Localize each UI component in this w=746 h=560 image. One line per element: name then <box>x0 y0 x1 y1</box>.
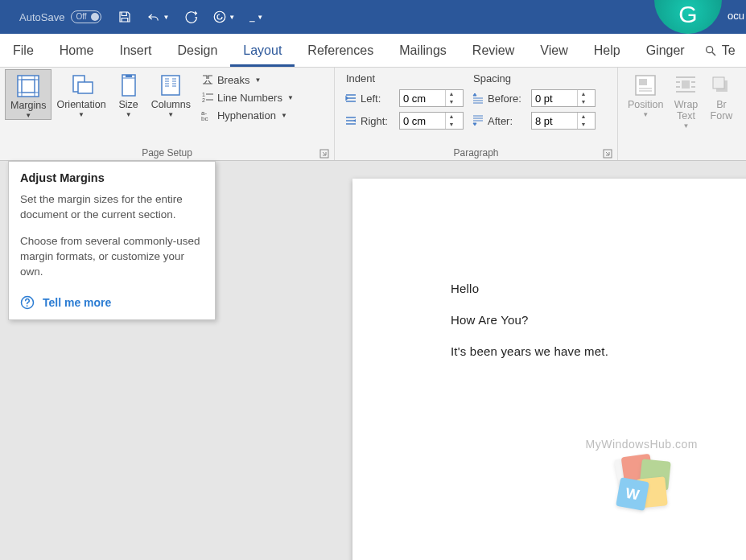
chevron-down-icon: ▼ <box>287 94 294 101</box>
chevron-down-icon: ▼ <box>254 76 261 84</box>
dialog-launcher-page-setup[interactable] <box>319 149 329 159</box>
wrap-text-button: Wrap Text ▼ <box>668 69 703 130</box>
tab-home[interactable]: Home <box>47 34 107 67</box>
save-icon <box>117 10 132 24</box>
spacing-after-input[interactable] <box>532 114 577 128</box>
tab-layout[interactable]: Layout <box>230 34 295 67</box>
svg-line-2 <box>712 52 715 56</box>
spin-up[interactable]: ▲ <box>578 90 589 98</box>
margins-button[interactable]: Margins ▼ <box>5 69 52 120</box>
tab-ginger[interactable]: Ginger <box>633 34 698 67</box>
doc-line[interactable]: It's been years we have met. <box>451 344 746 358</box>
customize-icon: ⎯ <box>249 12 255 22</box>
spacing-before-spinbox[interactable]: ▲▼ <box>531 89 596 107</box>
indent-right-label: Right: <box>361 115 396 127</box>
size-label: Size <box>118 100 138 111</box>
tab-references[interactable]: References <box>295 34 386 67</box>
search-icon <box>704 44 717 57</box>
indent-left-input[interactable] <box>400 92 445 105</box>
svg-text:1: 1 <box>202 92 205 97</box>
doc-line[interactable]: How Are You? <box>451 313 746 327</box>
grammarly-small-icon <box>212 10 227 24</box>
tab-file[interactable]: File <box>0 34 47 67</box>
customize-qat-button[interactable]: ⎯ ▼ <box>249 12 263 22</box>
chevron-down-icon: ▼ <box>163 14 169 21</box>
svg-point-1 <box>706 46 712 52</box>
orientation-label: Orientation <box>56 100 105 111</box>
group-arrange: Position ▼ Wrap Text ▼ Br Forw <box>618 68 746 160</box>
columns-icon <box>158 72 183 98</box>
chevron-down-icon: ▼ <box>229 14 235 21</box>
size-icon <box>116 72 142 98</box>
grammarly-badge[interactable]: G <box>654 0 722 34</box>
autosave-state: Off <box>76 12 86 21</box>
svg-rect-42 <box>713 77 724 89</box>
autosave-toggle[interactable]: AutoSave Off <box>19 10 101 23</box>
group-paragraph: Indent Left: ▲▼ Right: ▲▼ <box>335 68 618 160</box>
tab-help[interactable]: Help <box>581 34 633 67</box>
ribbon: Margins ▼ Orientation ▼ Size ▼ <box>0 68 746 161</box>
line-numbers-label: Line Numbers <box>217 92 282 104</box>
spacing-before-input[interactable] <box>532 92 577 105</box>
indent-right-input[interactable] <box>400 114 445 128</box>
spin-down[interactable]: ▼ <box>578 98 589 106</box>
size-button[interactable]: Size ▼ <box>111 69 146 118</box>
tab-design[interactable]: Design <box>164 34 230 67</box>
orientation-button[interactable]: Orientation ▼ <box>52 69 110 118</box>
tell-me-search[interactable]: Te <box>704 43 736 58</box>
undo-icon <box>146 10 161 24</box>
margins-label: Margins <box>10 101 46 112</box>
spin-up[interactable]: ▲ <box>578 113 589 121</box>
hyphenation-button[interactable]: a-bc Hyphenation ▼ <box>199 108 296 122</box>
position-button: Position ▼ <box>623 69 668 118</box>
spin-up[interactable]: ▲ <box>446 90 457 98</box>
columns-button[interactable]: Columns ▼ <box>146 69 196 118</box>
undo-button[interactable]: ▼ <box>146 10 169 24</box>
repeat-button[interactable] <box>183 10 198 24</box>
tooltip-body-2: Choose from several commonly-used margin… <box>20 234 204 280</box>
tab-view[interactable]: View <box>527 34 580 67</box>
tab-mailings[interactable]: Mailings <box>386 34 460 67</box>
chevron-down-icon: ▼ <box>25 112 31 119</box>
spacing-header: Spacing <box>473 72 596 84</box>
spacing-after-icon <box>472 114 484 127</box>
doc-line[interactable]: Hello <box>451 282 746 295</box>
margins-tooltip: Adjust Margins Set the margin sizes for … <box>8 161 216 320</box>
spacing-before-label: Before: <box>488 93 528 105</box>
autosave-label: AutoSave <box>19 11 64 23</box>
svg-point-0 <box>215 11 226 23</box>
breaks-button[interactable]: Breaks ▼ <box>199 72 296 87</box>
spin-up[interactable]: ▲ <box>446 113 457 121</box>
spacing-after-spinbox[interactable]: ▲▼ <box>531 112 596 130</box>
breaks-icon <box>201 73 214 86</box>
tell-me-more-link[interactable]: Tell me more <box>20 290 204 310</box>
chevron-down-icon: ▼ <box>126 111 132 118</box>
hyphenation-icon: a-bc <box>201 109 214 121</box>
document-page[interactable]: HelloHow Are You?It's been years we have… <box>352 179 746 560</box>
svg-rect-34 <box>682 80 690 89</box>
bring-forward-button: Br Forw <box>703 69 739 122</box>
spin-down[interactable]: ▼ <box>446 121 457 129</box>
tooltip-body-1: Set the margin sizes for the entire docu… <box>20 192 204 223</box>
autosave-switch[interactable]: Off <box>71 10 101 23</box>
spin-down[interactable]: ▼ <box>578 121 589 129</box>
tab-insert[interactable]: Insert <box>106 34 164 67</box>
indent-left-label: Left: <box>361 93 396 105</box>
group-page-setup: Margins ▼ Orientation ▼ Size ▼ <box>0 68 335 160</box>
indent-right-spinbox[interactable]: ▲▼ <box>399 112 464 130</box>
spin-down[interactable]: ▼ <box>446 98 457 106</box>
line-numbers-icon: 12 <box>201 91 214 104</box>
save-button[interactable] <box>117 10 132 24</box>
breaks-label: Breaks <box>217 74 249 86</box>
grammarly-qat-button[interactable]: ▼ <box>212 10 235 24</box>
chevron-down-icon: ▼ <box>257 14 263 21</box>
chevron-down-icon: ▼ <box>281 112 287 119</box>
tab-review[interactable]: Review <box>460 34 527 67</box>
ribbon-tabs: FileHomeInsertDesignLayoutReferencesMail… <box>0 34 746 68</box>
indent-left-spinbox[interactable]: ▲▼ <box>399 89 464 107</box>
line-numbers-button[interactable]: 12 Line Numbers ▼ <box>199 90 296 105</box>
indent-header: Indent <box>346 72 464 84</box>
dialog-launcher-paragraph[interactable] <box>603 149 612 159</box>
position-label: Position <box>628 100 663 111</box>
group-label-paragraph: Paragraph <box>453 147 498 159</box>
